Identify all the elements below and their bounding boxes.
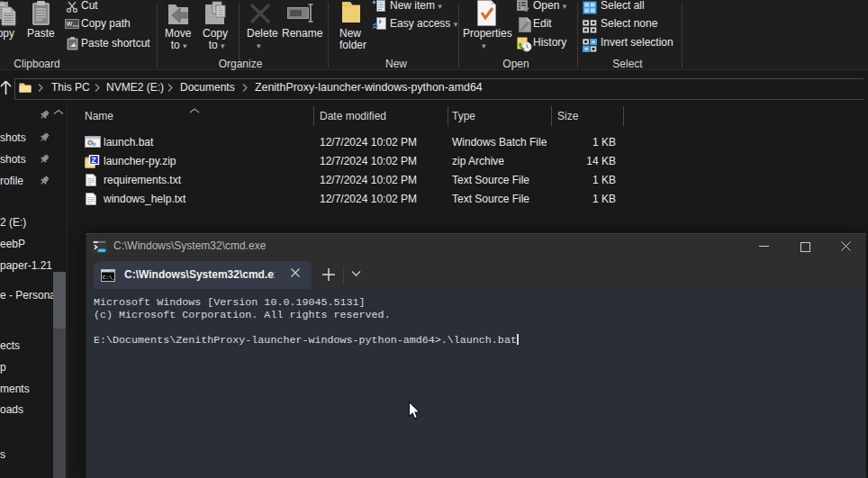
svg-text:C:\_: C:\_ — [103, 275, 115, 281]
svg-text:Z: Z — [92, 156, 96, 165]
